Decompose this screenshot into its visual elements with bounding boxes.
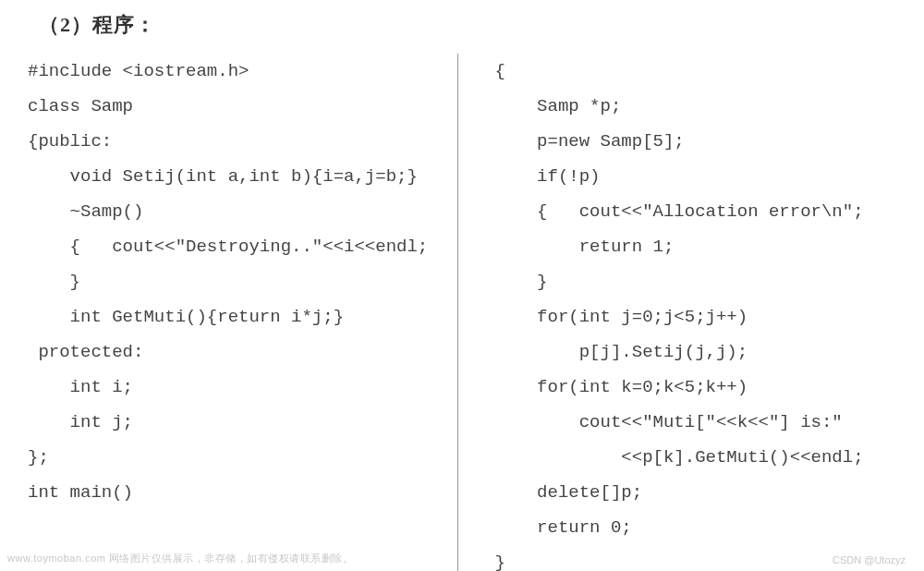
code-line: class Samp [28, 89, 430, 124]
code-line: { cout<<"Destroying.."<<i<<endl; [28, 229, 430, 264]
code-columns: #include <iostream.h> class Samp {public… [0, 54, 924, 571]
code-line: if(!p) [495, 159, 897, 194]
watermark-left: www.toymoban.com 网络图片仅供展示，非存储，如有侵权请联系删除。 [7, 552, 353, 565]
code-line: } [28, 264, 430, 299]
code-line: ~Samp() [28, 194, 430, 229]
code-line: }; [28, 440, 430, 475]
code-line: return 1; [495, 229, 897, 264]
code-line: return 0; [495, 510, 897, 545]
right-column: { Samp *p; p=new Samp[5]; if(!p) { cout<… [458, 54, 906, 571]
left-column: #include <iostream.h> class Samp {public… [18, 54, 458, 571]
code-line: int j; [28, 405, 430, 440]
code-line: void Setij(int a,int b){i=a,j=b;} [28, 159, 430, 194]
code-line: protected: [28, 334, 430, 370]
code-line: #include <iostream.h> [28, 54, 430, 89]
code-line: for(int j=0;j<5;j++) [495, 299, 897, 334]
section-heading: （2）程序： [0, 0, 924, 54]
code-line: p=new Samp[5]; [495, 124, 897, 159]
code-line: Samp *p; [495, 89, 897, 124]
code-line: p[j].Setij(j,j); [495, 334, 897, 370]
code-line: delete[]p; [495, 475, 897, 510]
watermark-right: CSDN @Utozyz [833, 554, 906, 565]
code-line: int GetMuti(){return i*j;} [28, 299, 430, 334]
code-line: { [495, 54, 897, 89]
code-line: cout<<"Muti["<<k<<"] is:" [495, 405, 897, 440]
code-line: <<p[k].GetMuti()<<endl; [495, 440, 897, 475]
code-line: int i; [28, 370, 430, 405]
code-line: } [495, 264, 897, 299]
code-line: int main() [28, 475, 430, 510]
code-line: for(int k=0;k<5;k++) [495, 370, 897, 405]
code-line: { cout<<"Allocation error\n"; [495, 194, 897, 229]
code-line: {public: [28, 124, 430, 159]
